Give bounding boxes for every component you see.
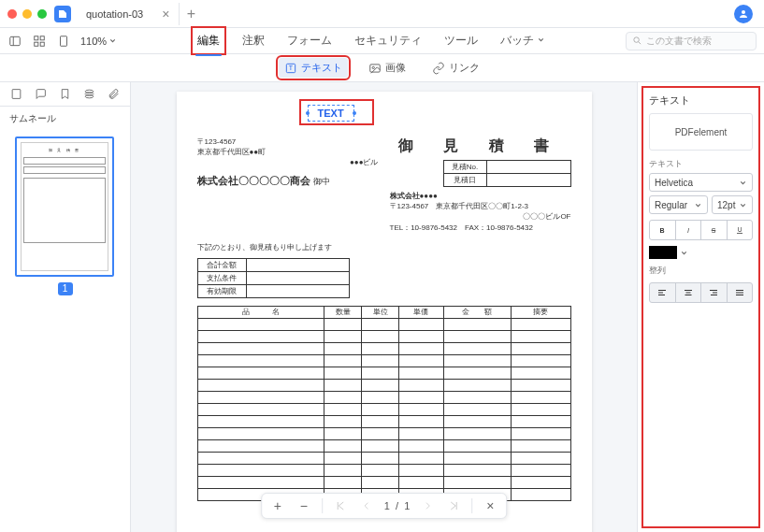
- align-group: [649, 282, 753, 303]
- sender-building: ●●●ビル: [197, 157, 379, 167]
- quote-note: 下記のとおり、御見積もり申し上げます: [197, 242, 571, 252]
- thumbnail-sidebar: サムネール 御 見 積 書 1: [0, 82, 131, 532]
- single-page-icon[interactable]: [56, 34, 71, 49]
- svg-rect-14: [12, 90, 21, 99]
- edit-subtoolbar: T テキスト 画像 リンク: [0, 54, 764, 82]
- svg-point-13: [372, 66, 374, 68]
- user-avatar[interactable]: [734, 5, 753, 23]
- menu-annotate[interactable]: 注釈: [238, 29, 268, 52]
- svg-rect-4: [40, 36, 44, 39]
- sender-postal: 〒123-4567: [197, 137, 379, 147]
- maximize-window-icon[interactable]: [37, 9, 47, 19]
- sidebar-title: サムネール: [0, 107, 130, 131]
- align-section-label: 整列: [649, 265, 753, 277]
- document-title: 御 見 積 書: [390, 137, 571, 156]
- last-page-button[interactable]: [445, 497, 462, 514]
- text-preview: PDFelement: [649, 113, 753, 151]
- strikethrough-button[interactable]: S: [701, 221, 728, 239]
- comments-icon[interactable]: [34, 87, 47, 102]
- document-page: TEXT 〒123-4567 東京都千代田区●●町 ●●●ビル 株式会社〇〇〇〇…: [177, 92, 592, 532]
- align-left-button[interactable]: [650, 283, 676, 302]
- document-tab[interactable]: quotation-03 ×: [77, 3, 180, 25]
- properties-sidebar: テキスト PDFelement テキスト Helvetica Regular 1…: [637, 82, 764, 532]
- main-toolbar: 110% 編集 注釈 フォーム セキュリティ ツール バッチ この文書で検索: [0, 28, 764, 54]
- underline-button[interactable]: U: [728, 221, 753, 239]
- quote-meta-table: 見積No. 見積日: [443, 160, 571, 187]
- zoom-out-button[interactable]: −: [296, 497, 312, 514]
- next-page-button[interactable]: [419, 497, 436, 514]
- svg-rect-7: [61, 36, 67, 46]
- layers-icon[interactable]: [83, 87, 96, 102]
- svg-rect-6: [40, 42, 44, 46]
- svg-text:U: U: [737, 226, 742, 233]
- zoom-in-button[interactable]: +: [269, 497, 286, 514]
- align-center-button[interactable]: [676, 283, 702, 302]
- italic-button[interactable]: I: [676, 221, 702, 239]
- minimize-window-icon[interactable]: [22, 9, 32, 19]
- svg-text:T: T: [289, 65, 294, 71]
- prev-page-button[interactable]: [358, 497, 375, 514]
- sender-company: 株式会社〇〇〇〇〇商会 御中: [197, 174, 379, 188]
- bold-button[interactable]: B: [650, 221, 676, 239]
- align-justify-button[interactable]: [728, 283, 753, 302]
- font-size-dropdown[interactable]: 12pt: [712, 195, 753, 214]
- svg-rect-1: [10, 36, 21, 45]
- close-tab-icon[interactable]: ×: [162, 7, 169, 21]
- add-text-button[interactable]: T テキスト: [279, 58, 348, 78]
- menu-security[interactable]: セキュリティ: [351, 29, 425, 52]
- attachments-icon[interactable]: [108, 87, 121, 102]
- text-style-group: B I S U: [649, 220, 753, 240]
- menu-batch[interactable]: バッチ: [497, 29, 549, 52]
- search-input[interactable]: この文書で検索: [626, 32, 757, 50]
- svg-rect-5: [35, 42, 38, 46]
- properties-title: テキスト: [649, 93, 753, 108]
- close-navigator-button[interactable]: ×: [482, 497, 498, 514]
- svg-rect-3: [35, 36, 38, 39]
- svg-text:B: B: [660, 227, 665, 234]
- page-navigator: + − 1 / 1 ×: [261, 493, 508, 519]
- recipient-info: 株式会社●●●● 〒123-4567 東京都千代田区〇〇町1-2-3 〇〇〇ビル…: [390, 191, 571, 233]
- add-link-label: リンク: [449, 61, 480, 75]
- align-right-button[interactable]: [701, 283, 728, 302]
- detail-table: 品 名 数量 単位 単価 金 額 摘要: [197, 306, 571, 501]
- text-section-label: テキスト: [649, 158, 753, 170]
- menu-edit[interactable]: 編集: [194, 29, 223, 52]
- thumbnail-preview: 御 見 積 書: [21, 142, 108, 271]
- menu-form[interactable]: フォーム: [283, 29, 336, 52]
- svg-text:S: S: [712, 227, 716, 234]
- thumbnail-page-number: 1: [58, 282, 73, 295]
- add-link-button[interactable]: リンク: [426, 58, 485, 78]
- first-page-button[interactable]: [332, 497, 349, 514]
- add-tab-button[interactable]: +: [180, 6, 202, 22]
- svg-text:I: I: [687, 227, 689, 234]
- window-controls: [7, 9, 47, 19]
- close-window-icon[interactable]: [7, 9, 17, 19]
- search-placeholder: この文書で検索: [646, 35, 712, 48]
- document-canvas[interactable]: TEXT 〒123-4567 東京都千代田区●●町 ●●●ビル 株式会社〇〇〇〇…: [131, 82, 637, 532]
- page-indicator: 1 / 1: [384, 500, 411, 511]
- summary-table: 合計金額 支払条件 有効期限: [197, 258, 350, 298]
- add-image-label: 画像: [385, 61, 406, 75]
- bookmarks-icon[interactable]: [58, 87, 71, 102]
- document-tab-label: quotation-03: [86, 8, 143, 20]
- menu-bar: 編集 注釈 フォーム セキュリティ ツール バッチ: [126, 29, 616, 52]
- zoom-dropdown[interactable]: 110%: [80, 36, 117, 47]
- text-color-picker[interactable]: [649, 246, 753, 259]
- zoom-value: 110%: [80, 36, 107, 47]
- svg-point-8: [634, 37, 640, 43]
- add-image-button[interactable]: 画像: [363, 58, 411, 78]
- grid-view-icon[interactable]: [32, 34, 47, 49]
- font-family-dropdown[interactable]: Helvetica: [649, 173, 753, 192]
- svg-point-0: [742, 10, 745, 14]
- active-text-box[interactable]: TEXT: [308, 105, 354, 122]
- font-weight-dropdown[interactable]: Regular: [649, 195, 708, 214]
- svg-line-9: [639, 42, 641, 45]
- color-swatch: [649, 246, 677, 259]
- page-thumbnail[interactable]: 御 見 積 書: [15, 137, 114, 277]
- app-icon: [54, 6, 71, 22]
- menu-tools[interactable]: ツール: [440, 29, 482, 52]
- titlebar: quotation-03 × +: [0, 0, 764, 28]
- sidebar-toggle-icon[interactable]: [7, 34, 22, 49]
- sender-city: 東京都千代田区●●町: [197, 147, 379, 157]
- thumbnails-icon[interactable]: [9, 87, 22, 102]
